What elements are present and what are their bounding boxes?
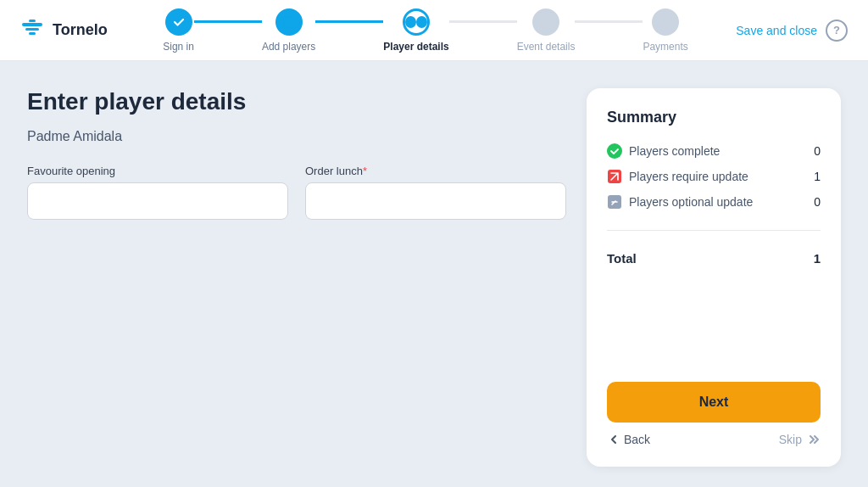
svg-rect-3 bbox=[29, 20, 36, 22]
help-button[interactable]: ? bbox=[826, 20, 848, 42]
step-circle-payments bbox=[652, 8, 679, 36]
page-title: Enter player details bbox=[27, 88, 566, 115]
step-event-details: Event details bbox=[517, 8, 576, 53]
total-label: Total bbox=[607, 251, 814, 266]
nav-row: Back Skip bbox=[607, 433, 821, 446]
step-label-event-details: Event details bbox=[517, 41, 576, 53]
step-payments: Payments bbox=[643, 8, 687, 53]
summary-rows: Players complete 0 Players require updat… bbox=[607, 143, 821, 266]
summary-title: Summary bbox=[607, 109, 821, 126]
step-circle-sign-in bbox=[165, 8, 192, 36]
players-require-update-icon bbox=[607, 169, 622, 184]
step-circle-player-details bbox=[403, 8, 430, 36]
next-button[interactable]: Next bbox=[607, 382, 821, 423]
form-group-favourite-opening: Favourite opening bbox=[27, 165, 288, 220]
svg-rect-0 bbox=[22, 23, 42, 26]
svg-point-4 bbox=[283, 16, 295, 28]
players-optional-update-label: Players optional update bbox=[629, 195, 807, 209]
step-sign-in: Sign in bbox=[163, 8, 194, 53]
summary-row-players-require-update: Players require update 1 bbox=[607, 169, 821, 184]
logo: Tornelo bbox=[20, 16, 139, 45]
players-optional-update-value: 0 bbox=[814, 195, 821, 209]
main-content: Enter player details Padme Amidala Favou… bbox=[0, 61, 868, 487]
players-complete-label: Players complete bbox=[629, 144, 807, 158]
stepper: Sign in Add players Player details Event… bbox=[139, 8, 712, 53]
summary-row-players-optional-update: Players optional update 0 bbox=[607, 194, 821, 210]
player-name: Padme Amidala bbox=[27, 129, 566, 144]
left-panel: Enter player details Padme Amidala Favou… bbox=[27, 88, 566, 467]
connector-3 bbox=[449, 20, 517, 23]
logo-text: Tornelo bbox=[53, 21, 108, 39]
favourite-opening-input[interactable] bbox=[27, 182, 288, 220]
logo-icon bbox=[20, 16, 44, 45]
required-star: * bbox=[363, 165, 367, 177]
save-close-button[interactable]: Save and close bbox=[736, 24, 817, 37]
players-require-update-label: Players require update bbox=[629, 170, 807, 183]
connector-2 bbox=[315, 20, 383, 23]
header-actions: Save and close ? bbox=[712, 20, 848, 42]
form-group-order-lunch: Order lunch* bbox=[305, 165, 566, 220]
back-button[interactable]: Back bbox=[607, 433, 650, 446]
header: Tornelo Sign in Add players Player detai… bbox=[0, 0, 868, 61]
connector-4 bbox=[575, 20, 643, 23]
connector-1 bbox=[194, 20, 262, 23]
step-label-payments: Payments bbox=[643, 41, 687, 53]
step-label-add-players: Add players bbox=[262, 41, 315, 53]
step-label-sign-in: Sign in bbox=[163, 41, 194, 53]
summary-row-players-complete: Players complete 0 bbox=[607, 143, 821, 159]
svg-rect-2 bbox=[29, 32, 36, 35]
skip-button[interactable]: Skip bbox=[779, 433, 821, 446]
order-lunch-label: Order lunch* bbox=[305, 165, 566, 177]
form-row: Favourite opening Order lunch* bbox=[27, 165, 566, 220]
svg-rect-1 bbox=[25, 28, 39, 31]
step-circle-add-players bbox=[275, 8, 303, 36]
total-value: 1 bbox=[814, 251, 821, 266]
order-lunch-input[interactable] bbox=[305, 182, 566, 220]
summary-divider bbox=[607, 230, 821, 231]
players-require-update-value: 1 bbox=[814, 170, 821, 183]
players-optional-update-icon bbox=[607, 194, 622, 210]
favourite-opening-label: Favourite opening bbox=[27, 165, 288, 177]
players-complete-value: 0 bbox=[814, 144, 821, 158]
step-label-player-details: Player details bbox=[383, 41, 448, 53]
svg-point-5 bbox=[607, 143, 622, 159]
summary-card: Summary Players complete 0 Players requi… bbox=[587, 88, 841, 467]
step-add-players: Add players bbox=[262, 8, 315, 53]
total-row: Total 1 bbox=[607, 251, 821, 266]
players-complete-icon bbox=[607, 143, 622, 159]
step-player-details: Player details bbox=[383, 8, 448, 53]
step-circle-event-details bbox=[532, 8, 559, 36]
